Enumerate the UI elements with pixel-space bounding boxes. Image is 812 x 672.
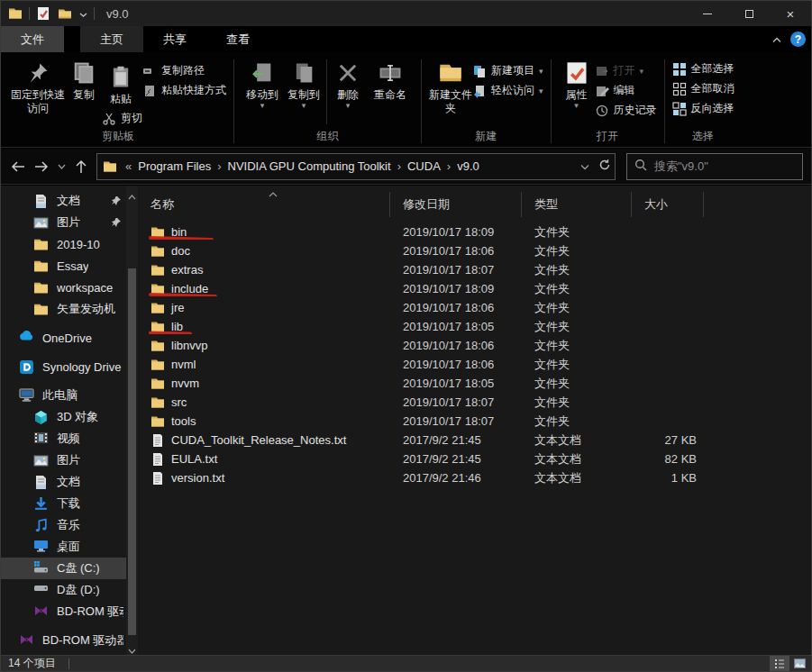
sidebar-item[interactable]: 视频 [1, 428, 138, 450]
rename-icon [378, 60, 403, 86]
sidebar-item[interactable]: BD-ROM 驱动器 [1, 601, 138, 622]
sidebar-item[interactable]: 图片 [1, 450, 138, 471]
sidebar-item[interactable]: 桌面 [1, 536, 138, 558]
new-folder-quick-icon[interactable] [58, 6, 72, 21]
sidebar-item[interactable]: 2019-10 [1, 233, 138, 255]
file-row[interactable]: bin2019/10/17 18:09文件夹 [138, 222, 811, 241]
red-underline-annotation [149, 331, 192, 334]
properties-button[interactable]: 属性 ▾ [559, 56, 595, 109]
details-view-button[interactable] [770, 656, 789, 671]
copy-to-button[interactable]: 复制到 ▾ [283, 56, 324, 109]
file-row[interactable]: EULA.txt2017/9/2 21:45文本文档82 KB [138, 450, 811, 468]
sidebar-item[interactable]: 音乐 [1, 514, 138, 536]
copy-path-button[interactable]: 复制路径 [142, 63, 226, 78]
sidebar-item[interactable]: 此电脑 [1, 385, 138, 406]
cut-button[interactable]: 剪切 [102, 111, 142, 126]
date-modified: 2019/10/17 18:05 [390, 377, 522, 390]
file-row[interactable]: libnvvp2019/10/17 18:06文件夹 [138, 336, 811, 355]
sidebar-scrollbar[interactable] [126, 186, 138, 655]
new-item-button[interactable]: 新建项目 ▾ [472, 63, 543, 78]
refresh-icon[interactable] [598, 159, 611, 174]
address-dropdown-chevron-icon[interactable] [580, 159, 589, 173]
open-button[interactable]: 打开 ▾ [595, 63, 657, 78]
file-name: doc [171, 244, 190, 258]
recent-locations-chevron-icon[interactable] [53, 155, 69, 178]
forward-button[interactable] [30, 155, 53, 178]
sidebar-item[interactable]: Synology Drive - [1, 356, 138, 377]
copy-button[interactable]: 复制 [66, 56, 102, 102]
sidebar-item[interactable]: 文档 [1, 190, 138, 212]
help-icon[interactable]: ? [790, 32, 806, 47]
sidebar-item[interactable]: C盘 (C:) [1, 558, 138, 579]
search-box[interactable]: 搜索"v9.0" [626, 153, 803, 180]
scroll-up-icon[interactable] [128, 189, 136, 197]
main-area: 文档图片2019-10Essayworkspace矢量发动机OneDriveSy… [1, 186, 811, 655]
properties-quick-icon[interactable] [36, 6, 50, 21]
easy-access-button[interactable]: 轻松访问 ▾ [472, 83, 543, 98]
file-row[interactable]: src2019/10/17 18:07文件夹 [138, 393, 811, 412]
maximize-button[interactable] [728, 1, 770, 26]
tab-file[interactable]: 文件 [1, 26, 64, 52]
up-button[interactable] [69, 155, 93, 178]
paste-button[interactable]: 粘贴 [102, 60, 140, 106]
breadcrumb-segment[interactable]: CUDA [404, 159, 444, 173]
tab-view[interactable]: 查看 [206, 26, 269, 52]
tab-share[interactable]: 共享 [143, 26, 206, 52]
invert-selection-button[interactable]: 反向选择 [672, 101, 734, 116]
file-row[interactable]: nvml2019/10/17 18:06文件夹 [138, 355, 811, 374]
tab-home[interactable]: 主页 [80, 26, 143, 52]
sidebar-item[interactable]: BD-ROM 驱动器 [1, 630, 138, 651]
file-row[interactable]: jre2019/10/17 18:06文件夹 [138, 298, 811, 317]
invert-selection-icon [672, 102, 687, 116]
file-row[interactable]: nvvm2019/10/17 18:05文件夹 [138, 374, 811, 393]
breadcrumb-segment[interactable]: v9.0 [453, 159, 483, 173]
file-row[interactable]: lib2019/10/17 18:05文件夹 [138, 317, 811, 336]
select-none-button[interactable]: 全部取消 [672, 81, 734, 96]
sidebar-item[interactable]: 下载 [1, 493, 138, 514]
sidebar-item[interactable]: workspace [1, 277, 138, 298]
move-to-button[interactable]: 移动到 ▾ [242, 56, 283, 109]
breadcrumb-segment[interactable]: Program Files [134, 159, 214, 173]
column-header[interactable]: 名称 [138, 192, 390, 217]
sidebar-item[interactable]: 图片 [1, 212, 138, 233]
new-folder-button[interactable]: 新建文件夹 [429, 56, 472, 115]
file-row[interactable]: include2019/10/17 18:09文件夹 [138, 279, 811, 298]
select-all-button[interactable]: 全部选择 [672, 61, 734, 77]
file-row[interactable]: extras2019/10/17 18:07文件夹 [138, 260, 811, 279]
file-row[interactable]: version.txt2017/9/2 21:46文本文档1 KB [138, 468, 811, 487]
sidebar-item[interactable]: 3D 对象 [1, 406, 138, 428]
sidebar-scroll-thumb[interactable] [128, 268, 136, 635]
thumbnail-view-button[interactable] [789, 656, 809, 671]
scroll-down-icon[interactable] [128, 643, 136, 651]
file-row[interactable]: CUDA_Toolkit_Release_Notes.txt2017/9/2 2… [138, 431, 811, 450]
paste-shortcut-button[interactable]: 粘贴快捷方式 [142, 83, 226, 98]
rename-button[interactable]: 重命名 [367, 56, 414, 102]
breadcrumb-segment[interactable]: NVIDIA GPU Computing Toolkit [224, 159, 395, 173]
paste-icon [108, 65, 133, 90]
back-button[interactable] [6, 155, 30, 178]
sidebar-item[interactable]: OneDrive [1, 327, 138, 349]
address-bar[interactable]: « Program Files›NVIDIA GPU Computing Too… [96, 153, 616, 180]
delete-button[interactable]: 删除 ▾ [329, 56, 367, 109]
sidebar-item-label: 图片 [57, 214, 80, 231]
sidebar-item[interactable]: 文档 [1, 471, 138, 493]
edit-button[interactable]: 编辑 [595, 83, 657, 98]
history-button[interactable]: 历史记录 [595, 103, 657, 118]
sidebar-item[interactable]: Essay [1, 255, 138, 277]
sidebar-item[interactable]: D盘 (D:) [1, 579, 138, 601]
pin-to-quick-access-button[interactable]: 固定到快速访问 [10, 56, 66, 115]
file-type: 文本文档 [522, 451, 632, 468]
red-underline-annotation [149, 235, 214, 239]
breadcrumb-root-chevron[interactable]: « [123, 159, 134, 173]
column-header[interactable]: 修改日期 [390, 192, 522, 217]
file-row[interactable]: doc2019/10/17 18:06文件夹 [138, 241, 811, 260]
close-button[interactable]: × [770, 1, 811, 26]
collapse-ribbon-icon[interactable] [772, 32, 781, 46]
folder-icon [151, 358, 165, 372]
sidebar-item[interactable]: 矢量发动机 [1, 298, 138, 320]
minimize-button[interactable] [687, 1, 728, 26]
qat-customize-chevron-icon[interactable] [79, 7, 87, 21]
file-row[interactable]: tools2019/10/17 18:07文件夹 [138, 412, 811, 431]
column-header[interactable]: 类型 [522, 192, 632, 217]
column-header[interactable]: 大小 [632, 192, 704, 217]
